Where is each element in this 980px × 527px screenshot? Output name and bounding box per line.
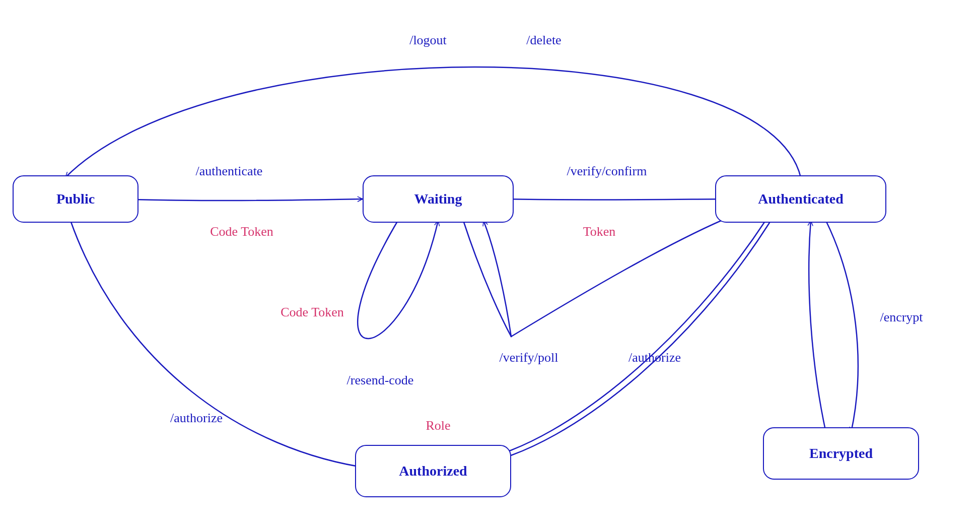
state-authorized: Authorized bbox=[355, 445, 511, 497]
label-logout: /logout bbox=[409, 33, 447, 48]
label-authenticate-payload: Code Token bbox=[210, 224, 273, 239]
label-authorize-auth: /authorize bbox=[628, 350, 681, 365]
edge-authenticate bbox=[116, 199, 363, 201]
state-encrypted: Encrypted bbox=[763, 427, 919, 480]
label-authorize-payload: Role bbox=[426, 418, 450, 433]
edge-verify-poll-up-waiting bbox=[483, 221, 511, 337]
state-waiting: Waiting bbox=[363, 175, 514, 223]
label-resend-code-payload: Code Token bbox=[281, 305, 344, 320]
state-authenticated: Authenticated bbox=[715, 175, 886, 223]
state-machine-diagram: Public Waiting Authenticated Authorized … bbox=[0, 0, 980, 527]
edge-logout-delete bbox=[65, 67, 801, 177]
state-public: Public bbox=[13, 175, 138, 223]
edge-verify-poll-up-auth bbox=[511, 216, 733, 337]
label-authorize-public: /authorize bbox=[170, 411, 223, 426]
edge-encrypt-up bbox=[809, 221, 826, 432]
edge-resend-code bbox=[358, 221, 438, 339]
label-resend-code: /resend-code bbox=[347, 373, 414, 388]
label-encrypt: /encrypt bbox=[880, 310, 923, 325]
edge-verify-poll-down bbox=[463, 221, 511, 337]
edge-authorize-public bbox=[71, 221, 372, 469]
edge-encrypt-down bbox=[826, 221, 858, 432]
label-authenticate: /authenticate bbox=[196, 164, 263, 179]
label-verify-confirm-payload: Token bbox=[583, 224, 616, 239]
edge-authorize-auth-b bbox=[484, 223, 769, 464]
edge-authorize-auth-a bbox=[482, 221, 765, 459]
edge-verify-confirm bbox=[503, 199, 725, 200]
label-verify-confirm: /verify/confirm bbox=[567, 164, 647, 179]
label-verify-poll: /verify/poll bbox=[500, 350, 558, 365]
label-delete: /delete bbox=[526, 33, 561, 48]
